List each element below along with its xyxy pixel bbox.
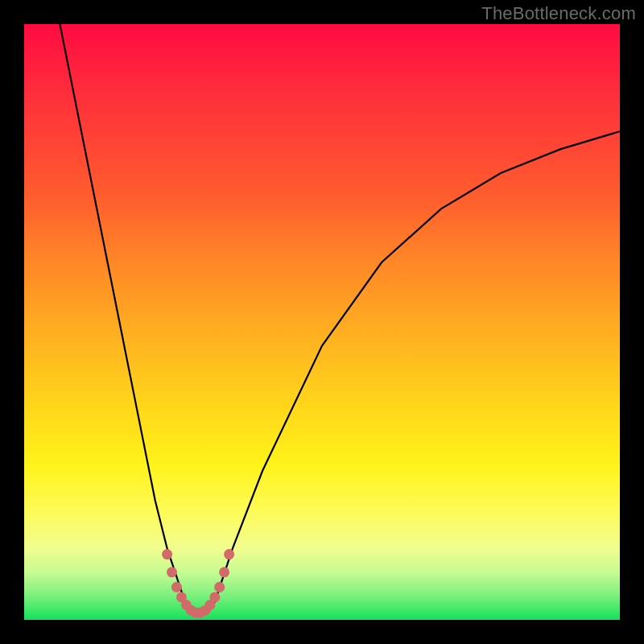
curve-svg	[24, 24, 620, 620]
highlight-dot	[209, 592, 220, 602]
plot-area	[24, 24, 620, 620]
bottleneck-curve	[60, 24, 620, 614]
highlight-dot	[224, 549, 234, 559]
highlight-dot	[171, 582, 182, 592]
highlight-segment	[162, 549, 234, 618]
highlight-dot	[219, 567, 229, 577]
highlight-dot	[162, 549, 172, 559]
chart-frame: TheBottleneck.com	[0, 0, 644, 644]
highlight-dot	[167, 567, 177, 577]
watermark-text: TheBottleneck.com	[481, 3, 636, 24]
highlight-dot	[214, 582, 225, 592]
